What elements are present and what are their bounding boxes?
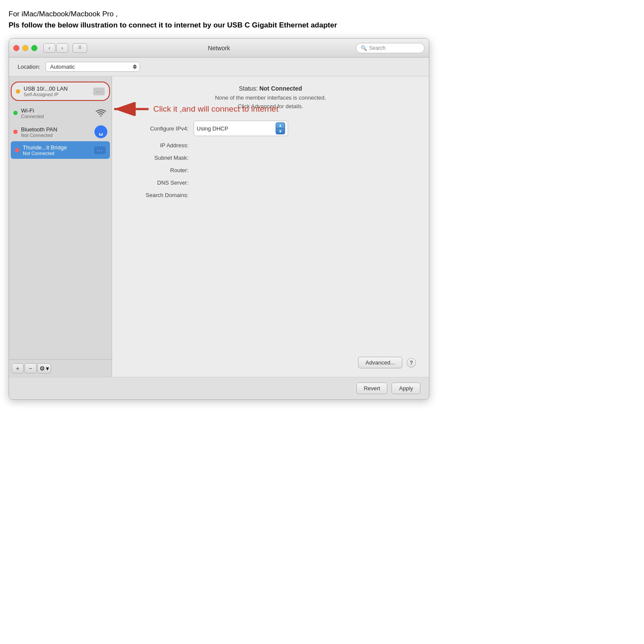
- sidebar-list: USB 10/...00 LAN Self-Assigned IP ··· Wi…: [9, 76, 112, 359]
- wifi-status-dot: [13, 111, 18, 115]
- search-icon: 🔍: [361, 45, 367, 51]
- thunderbolt-item-sub: Not Connected: [23, 151, 91, 156]
- forward-button[interactable]: ›: [56, 43, 68, 53]
- sidebar-item-bluetooth[interactable]: Bluetooth PAN Not Connected ␣: [9, 122, 112, 141]
- gear-dropdown-icon: ▾: [46, 365, 49, 372]
- location-select[interactable]: Automatic: [46, 62, 140, 72]
- nav-buttons: ‹ ›: [43, 43, 68, 53]
- wifi-item-sub: Connected: [21, 114, 91, 119]
- status-section: Status: Not Connected None of the member…: [125, 85, 416, 110]
- advanced-section: Advanced... ?: [125, 348, 416, 368]
- router-label: Router:: [125, 167, 194, 173]
- header-line2: Pls follow the below illustration to con…: [9, 21, 337, 29]
- subnet-mask-row: Subnet Mask:: [125, 155, 416, 161]
- sidebar-footer: + − ⚙ ▾: [9, 359, 112, 377]
- apply-button[interactable]: Apply: [392, 383, 420, 394]
- grid-button[interactable]: ⠿: [73, 43, 87, 53]
- usb-item-text: USB 10/...00 LAN Self-Assigned IP: [24, 85, 90, 97]
- status-desc: None of the member interfaces is connect…: [125, 94, 416, 110]
- arrow-down-icon: [133, 67, 137, 69]
- search-bar[interactable]: 🔍 Search: [356, 43, 425, 53]
- status-label: Status:: [239, 85, 258, 92]
- usb-item-sub: Self-Assigned IP: [24, 92, 90, 97]
- title-bar: ‹ › ⠿ Network 🔍 Search: [9, 39, 429, 58]
- status-desc-line2: Click Advanced for details.: [238, 103, 303, 109]
- detail-panel: Status: Not Connected None of the member…: [112, 76, 429, 377]
- dns-server-label: DNS Server:: [125, 179, 194, 186]
- usb-status-dot: [16, 89, 20, 94]
- bluetooth-item-sub: Not Connected: [21, 133, 91, 138]
- sidebar-item-wifi[interactable]: Wi-Fi Connected: [9, 103, 112, 122]
- gear-menu-button[interactable]: ⚙ ▾: [37, 363, 51, 374]
- search-domains-label: Search Domains:: [125, 192, 194, 198]
- main-content: USB 10/...00 LAN Self-Assigned IP ··· Wi…: [9, 76, 429, 377]
- status-desc-line1: None of the member interfaces is connect…: [215, 94, 326, 101]
- revert-button[interactable]: Revert: [356, 383, 387, 394]
- gear-icon: ⚙: [39, 365, 45, 372]
- search-placeholder: Search: [369, 45, 386, 51]
- configure-ipv4-value: Using DHCP: [197, 125, 276, 132]
- back-button[interactable]: ‹: [43, 43, 55, 53]
- stepper-up-icon[interactable]: ▲: [276, 123, 285, 129]
- traffic-lights: [13, 45, 37, 51]
- bluetooth-item-text: Bluetooth PAN Not Connected: [21, 126, 91, 138]
- configure-ipv4-select[interactable]: Using DHCP ▲ ▼: [194, 121, 288, 136]
- arrow-up-icon: [133, 64, 137, 67]
- thunderbolt-item-name: Thunde...lt Bridge: [23, 144, 91, 151]
- configure-ipv4-row: Configure IPv4: Using DHCP ▲ ▼: [125, 121, 416, 136]
- configure-ipv4-label: Configure IPv4:: [125, 125, 194, 132]
- remove-network-button[interactable]: −: [24, 363, 36, 374]
- location-bar: Location: Automatic: [9, 58, 429, 76]
- status-line: Status: Not Connected: [125, 85, 416, 92]
- status-value: Not Connected: [259, 85, 302, 92]
- ip-address-label: IP Address:: [125, 142, 194, 149]
- sidebar-item-thunderbolt[interactable]: Thunde...lt Bridge Not Connected ···: [11, 141, 110, 159]
- search-domains-row: Search Domains:: [125, 192, 416, 198]
- wifi-item-text: Wi-Fi Connected: [21, 107, 91, 119]
- subnet-mask-label: Subnet Mask:: [125, 155, 194, 161]
- header-line1: For iMac/Macbook/Macbook Pro ,: [9, 9, 635, 20]
- location-stepper: [133, 64, 137, 69]
- fullscreen-button[interactable]: [31, 45, 37, 51]
- location-value: Automatic: [50, 64, 75, 70]
- bottom-action-bar: Revert Apply: [9, 377, 429, 399]
- thunderbolt-status-dot: [15, 148, 19, 152]
- wifi-icon: [94, 106, 107, 119]
- add-network-button[interactable]: +: [12, 363, 24, 374]
- form-section: Configure IPv4: Using DHCP ▲ ▼ IP Addres…: [125, 121, 416, 204]
- window-title: Network: [208, 45, 230, 52]
- usb-item-icon: ···: [93, 88, 105, 95]
- ip-address-row: IP Address:: [125, 142, 416, 149]
- stepper-down-icon[interactable]: ▼: [276, 129, 285, 134]
- network-window: ‹ › ⠿ Network 🔍 Search Location: Automat…: [9, 38, 429, 400]
- help-button[interactable]: ?: [407, 358, 416, 368]
- minimize-button[interactable]: [22, 45, 28, 51]
- ipv4-stepper[interactable]: ▲ ▼: [276, 122, 285, 134]
- router-row: Router:: [125, 167, 416, 173]
- dns-server-row: DNS Server:: [125, 179, 416, 186]
- bluetooth-icon: ␣: [94, 125, 107, 138]
- thunderbolt-item-icon: ···: [94, 146, 106, 154]
- thunderbolt-item-text: Thunde...lt Bridge Not Connected: [23, 144, 91, 156]
- bluetooth-status-dot: [13, 130, 18, 134]
- wifi-item-name: Wi-Fi: [21, 107, 91, 114]
- usb-item-name: USB 10/...00 LAN: [24, 85, 90, 92]
- close-button[interactable]: [13, 45, 19, 51]
- page-header: For iMac/Macbook/Macbook Pro , Pls follo…: [9, 9, 635, 30]
- location-label: Location:: [18, 64, 40, 70]
- sidebar: USB 10/...00 LAN Self-Assigned IP ··· Wi…: [9, 76, 112, 377]
- sidebar-item-usb[interactable]: USB 10/...00 LAN Self-Assigned IP ···: [11, 82, 110, 101]
- advanced-button[interactable]: Advanced...: [358, 357, 402, 368]
- bluetooth-item-name: Bluetooth PAN: [21, 126, 91, 133]
